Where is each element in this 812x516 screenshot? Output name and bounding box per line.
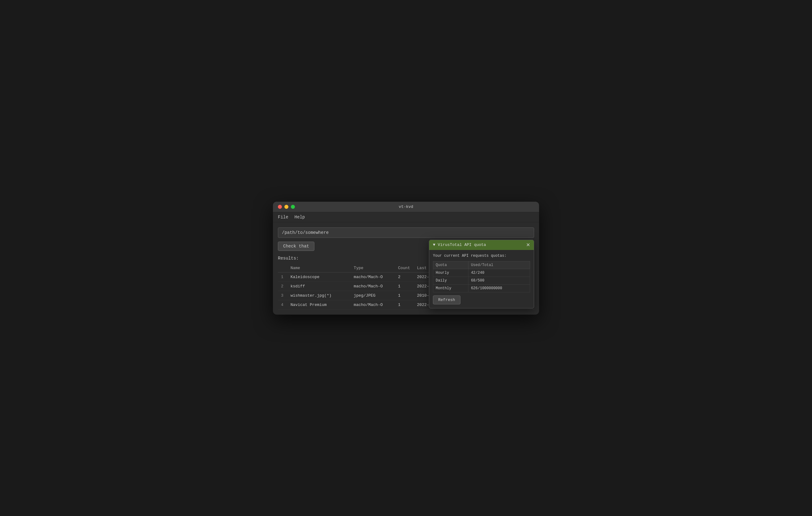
row-num: 3 xyxy=(278,291,288,300)
quota-value: 626/1000000000 xyxy=(468,284,530,292)
row-name: Navicat Premium xyxy=(288,300,351,309)
row-name: ksdiff xyxy=(288,281,351,291)
row-count: 1 xyxy=(395,300,414,309)
menu-file[interactable]: File xyxy=(278,215,288,220)
check-button[interactable]: Check that xyxy=(278,242,314,251)
minimize-button[interactable] xyxy=(284,205,288,209)
popup-subtitle: Your current API requests quotas: xyxy=(433,254,530,258)
path-input[interactable] xyxy=(278,227,534,238)
quota-name: Monthly xyxy=(433,284,468,292)
maximize-button[interactable] xyxy=(291,205,295,209)
menu-help[interactable]: Help xyxy=(295,215,305,220)
quota-value: 42/240 xyxy=(468,269,530,277)
menu-bar: File Help xyxy=(273,212,539,222)
quota-table: Quota Used/Total Hourly 42/240 Daily 68/… xyxy=(433,261,530,292)
row-name: wishmaster.jpg(*) xyxy=(288,291,351,300)
refresh-button[interactable]: Refresh xyxy=(433,296,461,304)
quota-body: Hourly 42/240 Daily 68/500 Monthly 626/1… xyxy=(433,269,530,292)
window-title: vt-kvd xyxy=(399,205,413,209)
row-count: 1 xyxy=(395,291,414,300)
quota-row: Monthly 626/1000000000 xyxy=(433,284,530,292)
quota-name: Daily xyxy=(433,277,468,284)
popup-header: ▼ VirusTotal API quota ✕ xyxy=(429,240,534,250)
row-name: Kaleidoscope xyxy=(288,272,351,281)
row-type: macho/Mach-O xyxy=(351,300,395,309)
api-quota-popup: ▼ VirusTotal API quota ✕ Your current AP… xyxy=(429,240,534,308)
title-bar: vt-kvd xyxy=(273,202,539,212)
col-header-type: Type xyxy=(351,264,395,273)
row-count: 1 xyxy=(395,281,414,291)
quota-header-row: Quota Used/Total xyxy=(433,261,530,269)
popup-body: Your current API requests quotas: Quota … xyxy=(429,250,534,308)
traffic-lights xyxy=(278,205,295,209)
quota-col-quota: Quota xyxy=(433,261,468,269)
row-type: macho/Mach-O xyxy=(351,272,395,281)
quota-name: Hourly xyxy=(433,269,468,277)
quota-value: 68/500 xyxy=(468,277,530,284)
main-window: vt-kvd File Help Check that Results: Nam… xyxy=(273,202,539,314)
row-type: macho/Mach-O xyxy=(351,281,395,291)
col-header-name: Name xyxy=(288,264,351,273)
col-header-count: Count xyxy=(395,264,414,273)
row-type: jpeg/JPEG xyxy=(351,291,395,300)
popup-close-button[interactable]: ✕ xyxy=(526,243,530,247)
quota-row: Daily 68/500 xyxy=(433,277,530,284)
main-content: Check that Results: Name Type Count Last… xyxy=(273,222,539,314)
triangle-icon: ▼ xyxy=(433,243,438,247)
row-num: 4 xyxy=(278,300,288,309)
quota-col-usedtotal: Used/Total xyxy=(468,261,530,269)
row-count: 2 xyxy=(395,272,414,281)
quota-row: Hourly 42/240 xyxy=(433,269,530,277)
popup-title: ▼ VirusTotal API quota xyxy=(433,243,486,247)
close-button[interactable] xyxy=(278,205,282,209)
col-header-num xyxy=(278,264,288,273)
row-num: 2 xyxy=(278,281,288,291)
row-num: 1 xyxy=(278,272,288,281)
